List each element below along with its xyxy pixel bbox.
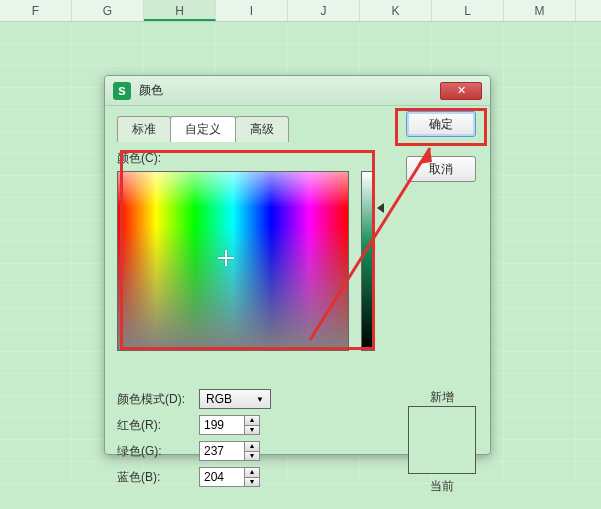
blue-input[interactable] <box>199 467 245 487</box>
crosshair-icon[interactable] <box>218 250 234 266</box>
cancel-button[interactable]: 取消 <box>406 156 476 182</box>
spin-down-icon[interactable]: ▼ <box>244 451 260 461</box>
app-icon: S <box>113 82 131 100</box>
red-label: 红色(R): <box>117 417 193 434</box>
spin-up-icon[interactable]: ▲ <box>244 415 260 425</box>
tab-standard[interactable]: 标准 <box>117 116 171 142</box>
col-header[interactable]: G <box>72 0 144 21</box>
color-preview <box>408 406 476 474</box>
dialog-body: 标准 自定义 高级 颜色(C): 确定 取消 颜色模式(D): RGB▼ <box>105 106 490 454</box>
col-header[interactable]: I <box>216 0 288 21</box>
dialog-title: 颜色 <box>139 82 163 99</box>
col-header[interactable]: K <box>360 0 432 21</box>
new-label: 新增 <box>430 389 454 406</box>
col-header[interactable]: M <box>504 0 576 21</box>
value-slider[interactable] <box>361 171 375 351</box>
col-header[interactable]: L <box>432 0 504 21</box>
color-dialog: S 颜色 ✕ 标准 自定义 高级 颜色(C): 确定 取消 颜色模式(D): <box>104 75 491 455</box>
spin-up-icon[interactable]: ▲ <box>244 467 260 477</box>
green-input[interactable] <box>199 441 245 461</box>
col-header[interactable]: J <box>288 0 360 21</box>
chevron-down-icon: ▼ <box>256 395 264 404</box>
color-field[interactable] <box>117 171 349 351</box>
tab-advanced[interactable]: 高级 <box>235 116 289 142</box>
ok-button[interactable]: 确定 <box>406 111 476 137</box>
spin-up-icon[interactable]: ▲ <box>244 441 260 451</box>
red-input[interactable] <box>199 415 245 435</box>
column-headers: F G H I J K L M N <box>0 0 601 22</box>
mode-label: 颜色模式(D): <box>117 391 193 408</box>
current-label: 当前 <box>430 478 454 495</box>
spin-down-icon[interactable]: ▼ <box>244 477 260 487</box>
spin-down-icon[interactable]: ▼ <box>244 425 260 435</box>
green-label: 绿色(G): <box>117 443 193 460</box>
col-header-active[interactable]: H <box>144 0 216 21</box>
col-header[interactable]: N <box>576 0 601 21</box>
mode-value: RGB <box>206 392 232 406</box>
close-icon[interactable]: ✕ <box>440 82 482 100</box>
titlebar[interactable]: S 颜色 ✕ <box>105 76 490 106</box>
slider-arrow-icon[interactable] <box>377 203 384 213</box>
col-header[interactable]: F <box>0 0 72 21</box>
blue-label: 蓝色(B): <box>117 469 193 486</box>
tab-custom[interactable]: 自定义 <box>170 116 236 142</box>
mode-select[interactable]: RGB▼ <box>199 389 271 409</box>
